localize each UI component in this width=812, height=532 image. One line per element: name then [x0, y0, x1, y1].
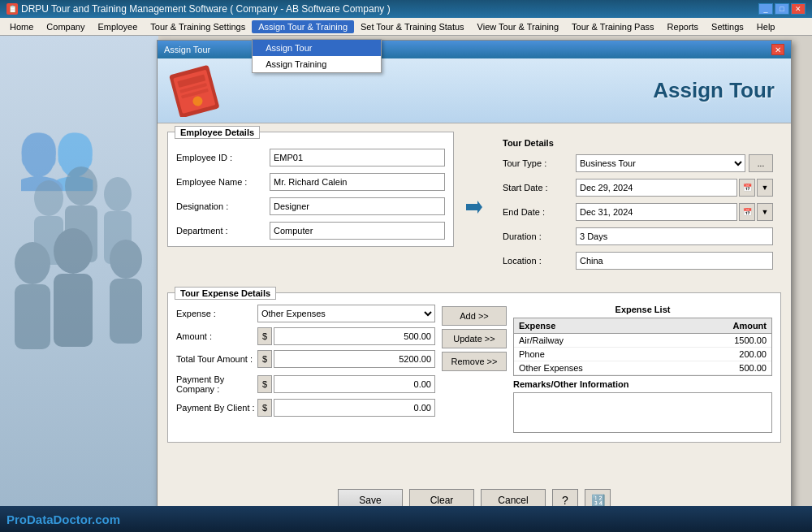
- menu-home[interactable]: Home: [3, 20, 40, 33]
- employee-id-input[interactable]: [270, 149, 445, 167]
- dialog-header-icon: [166, 64, 231, 117]
- update-expense-button[interactable]: Update >>: [442, 329, 507, 348]
- remarks-section: Remarks/Other Information: [513, 379, 772, 435]
- menu-tour-training-settings[interactable]: Tour & Training Settings: [144, 20, 252, 33]
- expense-list-header: Expense Amount: [514, 318, 771, 334]
- brand-part1: ProData: [6, 513, 54, 526]
- tour-expense-section: Tour Expense Details Expense : Other Exp…: [167, 292, 781, 443]
- employee-name-row: Employee Name :: [176, 173, 445, 191]
- browse-button[interactable]: ...: [749, 154, 773, 172]
- tour-details-section: Tour Details Tour Type : Business Tour P…: [495, 132, 781, 283]
- menu-assign-tour-training[interactable]: Assign Tour & Training: [252, 20, 354, 33]
- employee-name-input[interactable]: [270, 173, 445, 191]
- brand-text: ProDataDoctor.com: [6, 513, 120, 526]
- end-date-container: 📅 ▼: [576, 203, 773, 221]
- payment-client-label: Payment By Client :: [176, 403, 257, 413]
- menu-set-tour-training-status[interactable]: Set Tour & Training Status: [354, 20, 471, 33]
- tour-type-select[interactable]: Business Tour Personal Tour Client Visit: [576, 154, 745, 172]
- expense-right-panel: Expense List Expense Amount Air/Railway …: [513, 305, 772, 435]
- payment-client-row: Payment By Client : $: [176, 399, 435, 417]
- background-image: [0, 36, 158, 507]
- menu-reports[interactable]: Reports: [661, 20, 706, 33]
- tour-type-row: Tour Type : Business Tour Personal Tour …: [503, 154, 773, 172]
- payment-company-currency: $: [257, 375, 272, 393]
- end-date-calendar-button[interactable]: 📅: [739, 203, 755, 221]
- top-columns: Employee Details Employee ID : Employee …: [167, 132, 781, 283]
- menu-employee[interactable]: Employee: [91, 20, 144, 33]
- start-date-row: Start Date : 📅 ▼: [503, 179, 773, 197]
- menu-help[interactable]: Help: [750, 20, 782, 33]
- total-input[interactable]: [274, 350, 435, 368]
- expense-type-label: Expense :: [176, 309, 257, 318]
- maximize-button[interactable]: □: [775, 3, 789, 15]
- end-date-dropdown-button[interactable]: ▼: [757, 203, 773, 221]
- expense-list-body[interactable]: Air/Railway 1500.00 Phone 200.00 Other E…: [514, 334, 771, 375]
- dropdown-assign-tour[interactable]: Assign Tour: [253, 40, 381, 56]
- expense-list-row[interactable]: Air/Railway 1500.00: [514, 334, 771, 348]
- remarks-title: Remarks/Other Information: [513, 379, 772, 389]
- end-date-input[interactable]: [576, 203, 737, 221]
- menu-tour-training-pass[interactable]: Tour & Training Pass: [565, 20, 661, 33]
- start-date-input[interactable]: [576, 179, 737, 197]
- payment-company-row: Payment By Company : $: [176, 374, 435, 394]
- expense-body: Expense : Other Expenses Air/Railway Pho…: [176, 305, 772, 435]
- expense-list-row[interactable]: Phone 200.00: [514, 348, 771, 361]
- amount-label: Amount :: [176, 331, 257, 341]
- expense-list-row[interactable]: Other Expenses 500.00: [514, 361, 771, 375]
- amount-row: Amount : $: [176, 327, 435, 345]
- dropdown-assign-training[interactable]: Assign Training: [253, 56, 381, 72]
- add-expense-button[interactable]: Add >>: [442, 306, 507, 326]
- brand-part2: Doctor: [54, 513, 93, 526]
- expense-col-header: Expense: [514, 318, 706, 333]
- expense-list-title: Expense List: [513, 305, 772, 314]
- department-input[interactable]: [270, 222, 445, 240]
- amount-currency: $: [257, 327, 272, 345]
- payment-company-container: $: [257, 375, 435, 393]
- payment-client-container: $: [257, 399, 435, 417]
- svg-point-2: [65, 167, 97, 205]
- dialog-title: Assign Tour: [164, 45, 210, 54]
- payment-company-input[interactable]: [274, 375, 435, 393]
- app-icon: 📋: [6, 3, 18, 15]
- svg-point-6: [15, 242, 50, 284]
- menu-view-tour-training[interactable]: View Tour & Training: [471, 20, 565, 33]
- expense-type-select[interactable]: Other Expenses Air/Railway Phone Hotel F…: [257, 305, 435, 322]
- svg-rect-11: [110, 279, 142, 344]
- expense-list-cell-amount: 1500.00: [706, 334, 771, 347]
- end-date-label: End Date :: [503, 207, 576, 217]
- menu-company[interactable]: Company: [40, 20, 91, 33]
- start-date-dropdown-button[interactable]: ▼: [757, 179, 773, 197]
- payment-section: Payment By Company : $ Payment By Client…: [176, 374, 435, 417]
- minimize-button[interactable]: _: [758, 3, 773, 15]
- menu-assign-tour-training-container: Assign Tour & Training Assign Tour Assig…: [252, 21, 354, 32]
- expense-list-cell-amount: 500.00: [706, 361, 771, 374]
- expense-list-cell-expense: Air/Railway: [514, 334, 706, 347]
- duration-label: Duration :: [503, 231, 576, 241]
- menu-settings[interactable]: Settings: [705, 20, 750, 33]
- department-label: Department :: [176, 226, 270, 236]
- dialog-close-button[interactable]: ✕: [771, 44, 784, 55]
- payment-client-input[interactable]: [274, 399, 435, 417]
- start-date-container: 📅 ▼: [576, 179, 773, 197]
- app-title: DRPU Tour and Training Management Softwa…: [21, 3, 391, 15]
- menu-bar: Home Company Employee Tour & Training Se…: [0, 18, 812, 36]
- employee-name-label: Employee Name :: [176, 177, 270, 187]
- designation-input[interactable]: [270, 197, 445, 215]
- amount-input[interactable]: [274, 327, 435, 345]
- amount-col-header: Amount: [706, 318, 771, 333]
- duration-input[interactable]: [576, 227, 773, 245]
- start-date-calendar-button[interactable]: 📅: [739, 179, 755, 197]
- remarks-textarea[interactable]: [513, 392, 772, 433]
- expense-action-buttons: Add >> Update >> Remove >>: [442, 305, 507, 435]
- tour-type-container: Business Tour Personal Tour Client Visit…: [576, 154, 773, 172]
- remove-expense-button[interactable]: Remove >>: [442, 352, 507, 371]
- location-label: Location :: [503, 256, 576, 266]
- employee-id-row: Employee ID :: [176, 149, 445, 167]
- close-button[interactable]: ✕: [791, 3, 806, 15]
- end-date-row: End Date : 📅 ▼: [503, 203, 773, 221]
- expense-form: Expense : Other Expenses Air/Railway Pho…: [176, 305, 435, 435]
- svg-rect-7: [15, 284, 50, 349]
- tour-expense-label: Tour Expense Details: [175, 287, 276, 300]
- expense-type-row: Expense : Other Expenses Air/Railway Pho…: [176, 305, 435, 322]
- location-input[interactable]: [576, 252, 773, 270]
